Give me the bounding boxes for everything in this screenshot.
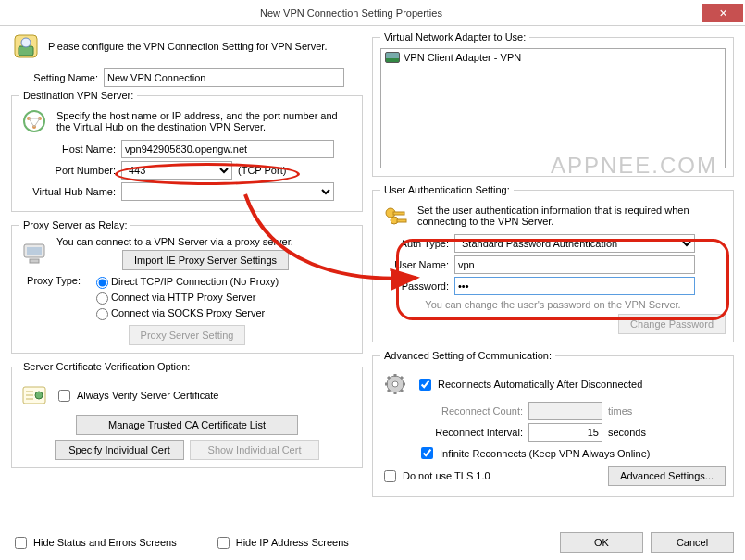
cert-icon [19,380,49,410]
proxy-socks-radio[interactable] [96,308,108,320]
hub-select[interactable] [121,182,334,201]
reconnect-count-input[interactable] [528,402,602,420]
destination-legend: Destination VPN Server: [19,90,137,101]
proxy-http-radio[interactable] [96,292,108,305]
infinite-reconnect-checkbox[interactable] [421,447,433,459]
ok-button[interactable]: OK [560,532,643,553]
setting-name-label: Setting Name: [11,72,104,83]
proxy-setting-button[interactable]: Proxy Server Setting [129,325,246,345]
auth-hint: Set the user authentication information … [417,205,726,227]
proxy-socks-label: Connect via SOCKS Proxy Server [111,307,265,318]
svg-rect-8 [27,247,42,255]
always-verify-label: Always Verify Server Certificate [77,390,218,401]
reconnect-auto-checkbox[interactable] [419,379,431,391]
proxy-type-label: Proxy Type: [19,273,86,286]
app-icon [11,31,41,61]
cert-legend: Server Certificate Verification Option: [19,361,193,372]
show-cert-button[interactable]: Show Individual Cert [190,440,319,460]
proxy-icon [19,239,49,268]
advanced-legend: Advanced Setting of Communication: [380,350,555,361]
change-password-button[interactable]: Change Password [618,314,726,334]
adapter-item-label: VPN Client Adapter - VPN [404,52,521,63]
advanced-settings-button[interactable]: Advanced Settings... [608,466,726,486]
svg-point-2 [21,38,31,47]
auth-note: You can change the user's password on th… [380,299,726,310]
auth-group: User Authentication Setting: Set the use… [372,184,734,342]
cancel-button[interactable]: Cancel [651,532,734,553]
advanced-group: Advanced Setting of Communication: Recon… [372,350,734,497]
host-name-input[interactable] [121,140,334,158]
no-tls-label: Do not use TLS 1.0 [403,470,490,481]
svg-rect-9 [30,259,39,263]
intro-text: Please configure the VPN Connection Sett… [48,41,327,52]
destination-hint: Specify the host name or IP address, and… [56,110,354,132]
always-verify-checkbox[interactable] [58,390,70,402]
svg-rect-15 [397,219,406,222]
port-label: Port Number: [19,165,121,176]
proxy-http-label: Connect via HTTP Proxy Server [111,292,255,303]
auth-type-label: Auth Type: [380,238,454,249]
hub-label: Virtual Hub Name: [19,186,121,197]
hide-ip-checkbox[interactable] [217,537,230,549]
keys-icon [380,201,410,230]
reconnect-interval-input[interactable] [528,423,602,442]
titlebar: New VPN Connection Setting Properties ✕ [0,0,745,26]
reconnect-count-suffix: times [608,405,632,417]
proxy-direct-label: Direct TCP/IP Connection (No Proxy) [111,276,279,287]
reconnect-interval-suffix: seconds [608,427,646,438]
password-label: Password: [380,280,454,292]
adapter-legend: Virtual Network Adapter to Use: [380,31,529,43]
gear-icon [380,369,410,399]
bottom-bar: Hide Status and Errors Screens Hide IP A… [11,532,734,553]
user-name-label: User Name: [380,259,454,270]
reconnect-count-label: Reconnect Count: [417,405,528,417]
svg-point-17 [392,381,398,387]
server-icon [19,106,49,136]
proxy-hint: You can connect to a VPN Server via a pr… [56,236,354,247]
svg-point-11 [35,392,43,399]
hide-status-label: Hide Status and Errors Screens [33,537,177,548]
nic-icon [385,52,400,63]
user-name-input[interactable] [454,255,695,274]
destination-group: Destination VPN Server: Specify the host… [11,90,363,212]
close-button[interactable]: ✕ [702,4,743,22]
reconnect-interval-label: Reconnect Interval: [417,427,528,438]
password-input[interactable] [454,277,695,295]
cert-group: Server Certificate Verification Option: … [11,361,363,468]
reconnect-auto-label: Reconnects Automatically After Disconnec… [438,379,642,390]
proxy-group: Proxy Server as Relay: You can connect t… [11,219,363,354]
port-suffix: (TCP Port) [238,165,286,176]
adapter-group: Virtual Network Adapter to Use: VPN Clie… [372,31,734,177]
intro-row: Please configure the VPN Connection Sett… [11,31,363,61]
window-title: New VPN Connection Setting Properties [0,7,702,19]
hide-status-checkbox[interactable] [15,537,27,549]
no-tls-checkbox[interactable] [384,470,396,482]
import-proxy-button[interactable]: Import IE Proxy Server Settings [122,250,289,270]
svg-rect-13 [393,212,404,215]
proxy-legend: Proxy Server as Relay: [19,219,130,230]
setting-name-input[interactable] [104,68,344,87]
auth-legend: User Authentication Setting: [380,184,514,195]
host-label: Host Name: [19,143,121,155]
auth-type-select[interactable]: Standard Password Authentication [454,234,695,253]
port-select[interactable]: 443 [121,161,232,180]
specify-cert-button[interactable]: Specify Individual Cert [55,440,184,460]
list-item[interactable]: VPN Client Adapter - VPN [383,51,723,64]
manage-ca-button[interactable]: Manage Trusted CA Certificate List [76,415,298,435]
infinite-reconnect-label: Infinite Reconnects (Keep VPN Always Onl… [440,448,650,459]
proxy-direct-radio[interactable] [96,277,108,289]
adapter-listbox[interactable]: VPN Client Adapter - VPN [380,48,726,168]
hide-ip-label: Hide IP Address Screens [236,537,349,548]
